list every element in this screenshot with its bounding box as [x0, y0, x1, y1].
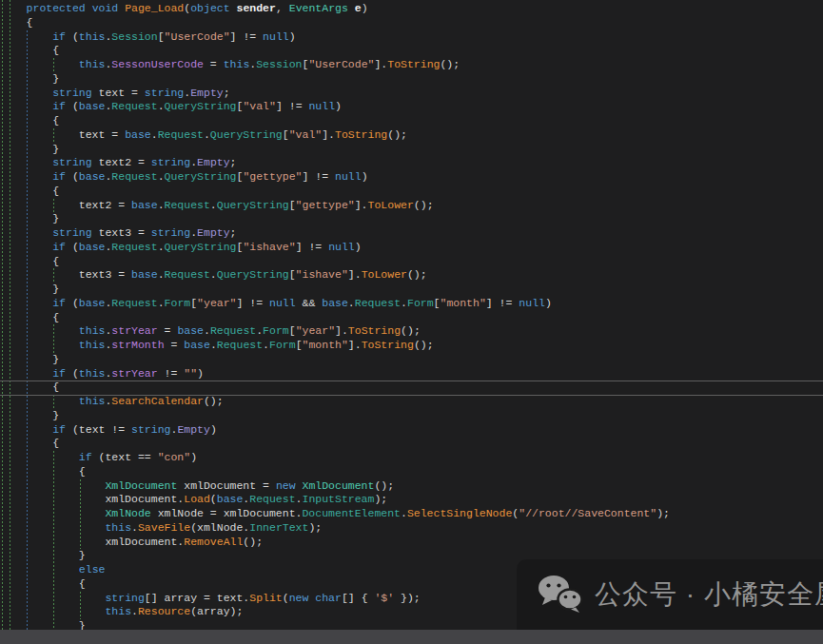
code-token: void — [92, 2, 119, 14]
code-token: this — [79, 58, 106, 70]
code-token — [0, 170, 52, 183]
code-token: string — [151, 156, 190, 168]
code-token: . — [210, 339, 217, 351]
code-line[interactable]: if (base.Request.QueryString["gettype"] … — [0, 170, 823, 185]
code-token: text = — [0, 128, 125, 141]
code-line[interactable]: if (base.Request.QueryString["val"] != n… — [0, 100, 823, 114]
code-token: [ — [289, 268, 296, 281]
code-token: { — [0, 437, 59, 449]
code-line[interactable]: this.SessonUserCode = this.Session["User… — [0, 58, 823, 72]
code-line[interactable]: xmlDocument.Load(base.Request.InputStrea… — [0, 493, 823, 507]
code-line[interactable]: } — [0, 143, 823, 157]
code-line[interactable]: if (this.Session["UserCode"] != null) — [0, 30, 823, 45]
code-line[interactable]: } — [0, 212, 823, 226]
code-token: { — [0, 255, 59, 267]
code-token — [0, 324, 79, 337]
code-line[interactable]: if (this.strYear != "") — [0, 367, 823, 381]
code-token: Resource — [138, 605, 190, 617]
code-line[interactable]: this.SaveFile(xmlNode.InnerText); — [0, 521, 823, 536]
code-token: xmlDocument. — [0, 536, 184, 548]
code-token: if — [52, 30, 66, 43]
code-token: string — [52, 87, 91, 99]
code-token: = — [158, 324, 178, 337]
code-line[interactable]: string text3 = string.Empty; — [0, 226, 823, 241]
code-line[interactable]: text3 = base.Request.QueryString["ishave… — [0, 268, 823, 283]
code-line[interactable]: { — [0, 16, 823, 30]
code-line[interactable]: string text2 = string.Empty; — [0, 156, 823, 170]
code-line[interactable]: xmlDocument.RemoveAll(); — [0, 536, 823, 550]
code-token — [0, 156, 52, 168]
code-token: "//root//SaveContent" — [519, 507, 656, 519]
code-line[interactable]: text = base.Request.QueryString["val"].T… — [0, 128, 823, 143]
code-token: (); — [374, 479, 394, 492]
code-line[interactable]: } — [0, 72, 823, 87]
code-token: strYear — [111, 324, 157, 337]
code-line[interactable]: } — [0, 353, 823, 367]
code-line[interactable]: this.SearchCalendar(); — [0, 395, 823, 409]
code-line[interactable]: XmlDocument xmlDocument = new XmlDocumen… — [0, 479, 823, 494]
code-line[interactable]: if (base.Request.Form["year"] != null &&… — [0, 297, 823, 311]
code-token: if — [52, 100, 66, 112]
code-token: base — [79, 100, 106, 112]
code-token: Split — [249, 592, 283, 604]
code-line[interactable]: { — [0, 185, 823, 199]
code-token: QueryString — [165, 241, 237, 253]
code-line[interactable]: if (text != string.Empty) — [0, 423, 823, 438]
code-token: this — [79, 324, 106, 337]
code-token: . — [158, 100, 165, 112]
wechat-icon — [538, 575, 583, 615]
code-token: EventArgs — [289, 2, 348, 14]
code-line[interactable]: this.strYear = base.Request.Form["year"]… — [0, 324, 823, 339]
code-token: [ — [158, 30, 165, 43]
code-token: ToLower — [362, 268, 407, 281]
code-editor[interactable]: protected void Page_Load(object sender, … — [0, 0, 823, 644]
code-line[interactable]: } — [0, 283, 823, 297]
code-token: . — [151, 128, 158, 141]
code-token: ] != — [303, 170, 336, 183]
code-line[interactable]: { — [0, 465, 823, 479]
code-line[interactable]: } — [0, 409, 823, 423]
code-token: base — [177, 324, 204, 337]
code-token — [0, 58, 79, 70]
code-token: [ — [296, 339, 303, 351]
code-token — [86, 2, 92, 14]
code-line[interactable]: string text = string.Empty; — [0, 87, 823, 101]
code-line[interactable]: protected void Page_Load(object sender, … — [0, 2, 823, 16]
code-token: . — [401, 297, 407, 309]
code-line[interactable]: if (text == "con") — [0, 451, 823, 465]
code-token — [0, 395, 79, 407]
code-line[interactable]: { — [0, 255, 823, 269]
code-token: ]. — [374, 58, 387, 70]
code-line[interactable]: { — [0, 114, 823, 128]
code-token: XmlDocument — [303, 479, 375, 492]
code-line[interactable]: text2 = base.Request.QueryString["gettyp… — [0, 199, 823, 213]
code-token: && — [296, 297, 323, 309]
code-token: Session — [111, 30, 157, 43]
code-token: QueryString — [165, 100, 237, 112]
code-token: , — [276, 2, 289, 14]
code-token: != — [158, 367, 185, 380]
code-line[interactable]: XmlNode xmlNode = xmlDocument.DocumentEl… — [0, 507, 823, 521]
code-line[interactable]: { — [0, 311, 823, 325]
code-line[interactable]: this.strMonth = base.Request.Form["month… — [0, 339, 823, 353]
code-token: [ — [289, 324, 296, 337]
code-line[interactable]: { — [0, 44, 823, 58]
code-token: if — [52, 297, 66, 309]
code-token: . — [158, 170, 165, 183]
code-token: string — [151, 226, 190, 239]
code-token: ] != — [486, 297, 519, 309]
code-token: . — [210, 268, 217, 281]
code-token: (); — [407, 268, 427, 281]
code-token: = — [165, 339, 185, 351]
code-token: } — [0, 212, 59, 224]
code-token: InnerText — [249, 521, 308, 534]
code-token: ) — [335, 100, 342, 112]
code-line[interactable]: if (base.Request.QueryString["ishave"] !… — [0, 241, 823, 255]
horizontal-scrollbar[interactable] — [0, 630, 823, 644]
code-token: Request — [111, 100, 157, 112]
code-token — [0, 451, 79, 463]
code-token: char — [315, 592, 342, 604]
code-token: "ishave" — [243, 241, 295, 253]
code-line[interactable]: { — [0, 437, 823, 451]
code-token: (text != — [66, 423, 131, 436]
